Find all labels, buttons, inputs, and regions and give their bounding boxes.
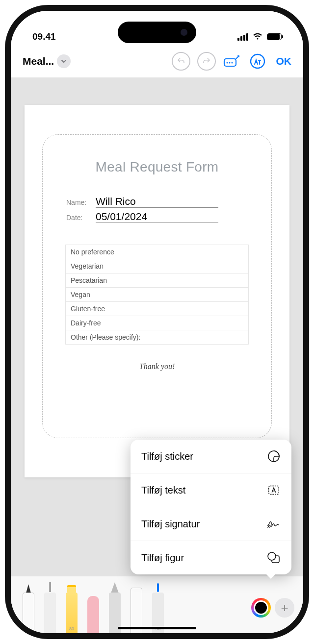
home-indicator[interactable]: [118, 627, 196, 629]
signature-icon: [267, 517, 281, 531]
chevron-down-icon[interactable]: [57, 54, 71, 68]
eraser-tool[interactable]: [84, 581, 102, 633]
svg-point-2: [229, 62, 230, 64]
pdf-page: Meal Request Form Name: Will Rico Date: …: [25, 105, 289, 477]
battery-icon: [267, 33, 282, 40]
wifi-icon: [252, 31, 263, 42]
ruler-tool[interactable]: [128, 581, 145, 633]
autofill-button[interactable]: [220, 50, 244, 73]
done-button[interactable]: OK: [276, 55, 292, 67]
add-signature-item[interactable]: Tilføj signatur: [131, 507, 291, 541]
document-viewport[interactable]: Meal Request Form Name: Will Rico Date: …: [11, 77, 303, 633]
markup-tool-tray: 80 50 +: [11, 576, 303, 633]
color-picker[interactable]: [251, 598, 271, 618]
redo-button[interactable]: [195, 50, 218, 73]
option-row: Pescatarian: [66, 273, 248, 288]
shape-icon: [267, 551, 281, 565]
options-table: No preference Vegetarian Pescatarian Veg…: [65, 245, 249, 345]
markup-button[interactable]: [246, 50, 269, 73]
form-title: Meal Request Form: [56, 159, 258, 175]
name-value: Will Rico: [96, 196, 218, 208]
cellular-icon: [237, 33, 248, 41]
dynamic-island: [118, 22, 196, 43]
date-value: 05/01/2024: [96, 211, 218, 223]
fine-pen-tool[interactable]: [41, 581, 59, 633]
option-row: Other (Please specify):: [66, 330, 248, 344]
pencil-tool[interactable]: [106, 581, 124, 633]
option-row: No preference: [66, 245, 248, 259]
autofill-icon: [223, 55, 241, 68]
add-shape-item[interactable]: Tilføj figur: [131, 541, 291, 574]
markup-icon: [249, 53, 266, 70]
option-row: Vegan: [66, 288, 248, 302]
undo-icon: [172, 52, 190, 71]
status-time: 09.41: [32, 31, 56, 42]
menu-label: Tilføj figur: [141, 552, 184, 564]
thank-you-text: Thank you!: [56, 362, 258, 371]
redo-icon: [197, 52, 216, 71]
screen: 09.41 Meal...: [11, 11, 303, 633]
textbox-icon: [267, 483, 281, 497]
menu-label: Tilføj signatur: [141, 519, 200, 530]
menu-label: Tilføj tekst: [141, 485, 185, 496]
svg-point-1: [226, 62, 228, 64]
toolbar: Meal...: [11, 45, 303, 77]
iphone-frame: 09.41 Meal...: [5, 5, 309, 639]
svg-point-3: [231, 62, 233, 64]
option-row: Dairy-free: [66, 316, 248, 330]
option-row: Vegetarian: [66, 259, 248, 273]
add-menu-popup: Tilføj sticker Tilføj tekst Tilføj signa…: [131, 440, 291, 574]
add-button[interactable]: +: [275, 598, 294, 618]
pen-tool[interactable]: [20, 581, 37, 633]
add-sticker-item[interactable]: Tilføj sticker: [131, 440, 291, 473]
sticker-icon: [267, 449, 281, 463]
menu-label: Tilføj sticker: [141, 451, 193, 462]
undo-button[interactable]: [169, 50, 193, 73]
name-label: Name:: [66, 198, 90, 206]
add-text-item[interactable]: Tilføj tekst: [131, 473, 291, 507]
highlighter-tool[interactable]: 80: [63, 581, 80, 633]
option-row: Gluten-free: [66, 302, 248, 316]
blue-pen-tool[interactable]: 50: [149, 581, 167, 633]
document-title[interactable]: Meal...: [23, 54, 71, 68]
date-label: Date:: [66, 214, 90, 222]
svg-point-8: [268, 552, 276, 560]
svg-point-4: [251, 54, 264, 68]
